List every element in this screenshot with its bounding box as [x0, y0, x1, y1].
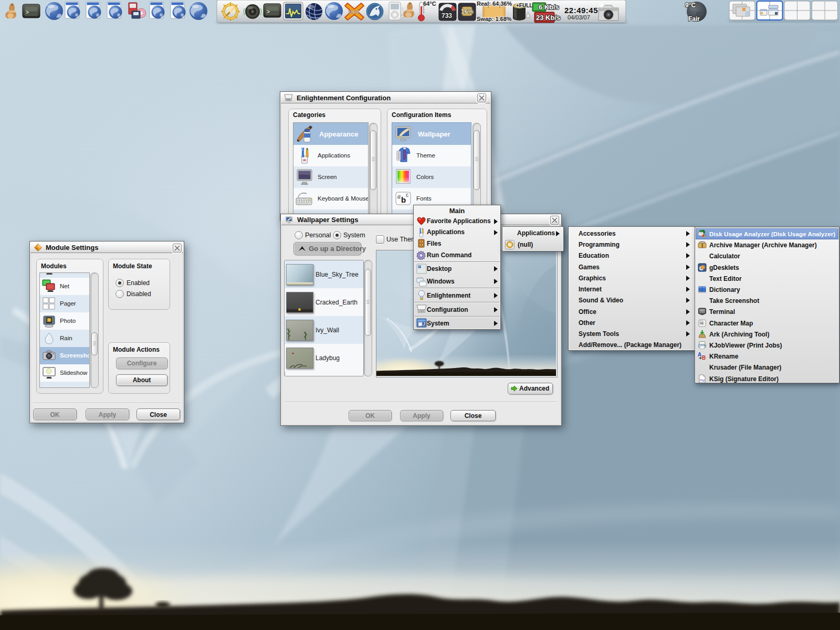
svg-text:22:49:45: 22:49:45 — [564, 6, 598, 15]
svg-text:Swap: 1.68%: Swap: 1.68% — [477, 16, 512, 22]
svg-text:B: B — [702, 355, 706, 361]
svg-text:04/03/07: 04/03/07 — [568, 14, 590, 20]
svg-text:a: a — [397, 193, 401, 200]
svg-text:16%: 16% — [461, 8, 474, 15]
svg-text:ug: ug — [700, 321, 704, 324]
svg-text:Fair: Fair — [688, 15, 700, 23]
svg-text:23 Kb/s: 23 Kb/s — [536, 14, 560, 22]
svg-text:Real: 64.36%: Real: 64.36% — [477, 1, 512, 7]
svg-text:733: 733 — [442, 12, 452, 19]
svg-text:64°C: 64°C — [423, 1, 436, 7]
svg-text:b: b — [401, 195, 406, 204]
svg-text:Sig: Sig — [700, 378, 705, 382]
svg-text:+FULL: +FULL — [516, 3, 532, 8]
svg-text:chat: chat — [348, 9, 359, 15]
svg-text:c: c — [406, 192, 408, 198]
svg-text:6 Kb/s: 6 Kb/s — [539, 3, 559, 11]
svg-text:A: A — [698, 352, 701, 358]
svg-text:9°C: 9°C — [685, 2, 696, 9]
